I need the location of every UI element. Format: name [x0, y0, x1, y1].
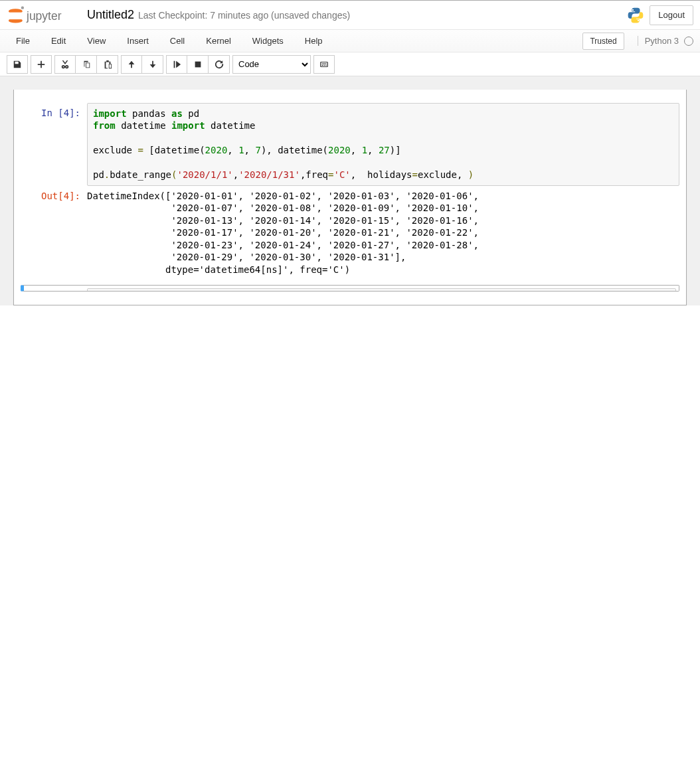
- in-prompt: In [4]:: [21, 103, 87, 123]
- cut-button[interactable]: [54, 55, 76, 74]
- interrupt-button[interactable]: [187, 55, 209, 74]
- menu-kernel[interactable]: Kernel: [195, 32, 242, 50]
- notebook-site: In [4]: import pandas as pd from datetim…: [0, 76, 700, 305]
- code-input-area[interactable]: [87, 288, 676, 292]
- code-input-area[interactable]: import pandas as pd from datetime import…: [87, 103, 679, 186]
- svg-rect-10: [322, 63, 327, 64]
- code-content[interactable]: import pandas as pd from datetime import…: [93, 108, 673, 181]
- notebook-header: jupyter Untitled2 Last Checkpoint: 7 min…: [0, 1, 700, 30]
- run-button[interactable]: [166, 55, 187, 74]
- move-down-button[interactable]: [142, 55, 163, 74]
- checkpoint-status: Last Checkpoint: 7 minutes ago (unsaved …: [138, 10, 350, 21]
- svg-point-3: [21, 6, 24, 9]
- python-logo-icon: [627, 5, 644, 26]
- menu-widgets[interactable]: Widgets: [242, 32, 294, 50]
- save-button[interactable]: [7, 55, 28, 74]
- in-prompt: In [ ]:: [24, 288, 87, 292]
- paste-button[interactable]: [97, 55, 118, 74]
- toolbar: CodeMarkdownRaw NBConvertHeading: [0, 52, 700, 76]
- svg-rect-2: [8, 12, 23, 19]
- svg-rect-8: [324, 64, 325, 65]
- restart-button[interactable]: [209, 55, 230, 74]
- menu-file[interactable]: File: [5, 32, 41, 50]
- jupyter-logo[interactable]: jupyter: [4, 5, 82, 26]
- trusted-indicator[interactable]: Trusted: [582, 33, 624, 50]
- code-cell-selected[interactable]: In [ ]:: [21, 285, 679, 292]
- cell-type-select[interactable]: CodeMarkdownRaw NBConvertHeading: [232, 55, 311, 74]
- menu-view[interactable]: View: [76, 32, 116, 50]
- add-cell-button[interactable]: [31, 55, 52, 74]
- notebook-name[interactable]: Untitled2: [87, 8, 134, 22]
- kernel-idle-icon: [684, 37, 693, 46]
- logout-button[interactable]: Logout: [650, 5, 693, 25]
- menu-help[interactable]: Help: [294, 32, 333, 50]
- menu-cell[interactable]: Cell: [159, 32, 195, 50]
- out-prompt: Out[4]:: [21, 186, 87, 206]
- notebook-container: In [4]: import pandas as pd from datetim…: [13, 90, 687, 305]
- cell-output: DatetimeIndex(['2020-01-01', '2020-01-02…: [87, 186, 479, 276]
- move-up-button[interactable]: [121, 55, 142, 74]
- svg-rect-6: [321, 62, 328, 66]
- kernel-indicator[interactable]: Python 3: [638, 36, 693, 46]
- svg-rect-7: [322, 64, 324, 65]
- menu-bar: FileEditViewInsertCellKernelWidgetsHelp …: [0, 30, 700, 52]
- kernel-name-label: Python 3: [645, 36, 679, 46]
- menu-insert[interactable]: Insert: [116, 32, 159, 50]
- menu-edit[interactable]: Edit: [41, 32, 76, 50]
- svg-rect-9: [326, 64, 327, 65]
- command-palette-button[interactable]: [313, 55, 335, 74]
- svg-text:jupyter: jupyter: [26, 9, 62, 23]
- copy-button[interactable]: [76, 55, 97, 74]
- code-cell[interactable]: In [4]: import pandas as pd from datetim…: [21, 103, 679, 276]
- svg-rect-5: [195, 61, 201, 67]
